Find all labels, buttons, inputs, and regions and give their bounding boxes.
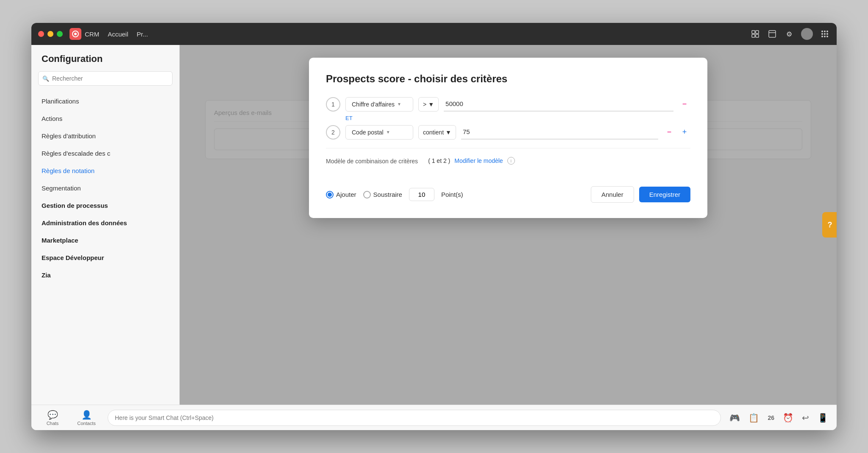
radio-add[interactable]: Ajouter — [326, 191, 356, 199]
model-label: Modèle de combinaison de critères — [326, 157, 418, 166]
sidebar-item-administration-donnees[interactable]: Administration des données — [31, 214, 179, 232]
contacts-icon: 👤 — [81, 410, 92, 420]
svg-rect-3 — [756, 31, 759, 34]
criteria-operator-1[interactable]: > ▼ — [418, 97, 439, 112]
radio-add-label: Ajouter — [336, 191, 356, 198]
svg-point-12 — [824, 33, 826, 35]
svg-rect-4 — [752, 34, 755, 37]
criteria-field-1-label: Chiffre d'affaires — [352, 101, 395, 108]
svg-rect-2 — [752, 31, 755, 34]
model-formula: ( 1 et 2 ) — [428, 157, 450, 164]
search-input[interactable] — [38, 71, 172, 86]
sidebar-item-regles-attribution[interactable]: Règles d'attribution — [31, 127, 179, 145]
sidebar-item-actions[interactable]: Actions — [31, 110, 179, 127]
et-label: ET — [326, 115, 690, 121]
criteria-row-1-actions: − — [679, 98, 690, 110]
criteria-value-1[interactable] — [444, 97, 673, 112]
traffic-lights — [38, 31, 63, 37]
criteria-remove-1[interactable]: − — [679, 98, 690, 110]
svg-rect-5 — [756, 34, 759, 37]
sidebar-nav: Planifications Actions Règles d'attribut… — [31, 92, 179, 396]
main-content: Configuration 🔍 Planifications Actions R… — [31, 45, 837, 405]
modal-buttons: Annuler Enregistrer — [591, 186, 690, 203]
sidebar-item-regles-escalade[interactable]: Règles d'escalade des c — [31, 145, 179, 162]
nav-accueil[interactable]: Accueil — [108, 31, 128, 38]
svg-point-16 — [826, 36, 828, 37]
title-bar-nav: CRM Accueil Pr... — [70, 28, 148, 40]
settings-icon[interactable]: ⚙ — [784, 29, 794, 39]
sidebar-item-regles-notation[interactable]: Règles de notation — [31, 162, 179, 179]
criteria-row-2-actions: − + — [663, 126, 690, 138]
info-icon[interactable]: i — [507, 157, 515, 165]
avatar[interactable] — [801, 28, 813, 40]
smart-chat-input[interactable] — [108, 410, 721, 426]
contacts-label: Contacts — [77, 421, 95, 426]
close-button[interactable] — [38, 31, 44, 37]
criteria-op-2-label: contient — [423, 129, 444, 136]
bottom-right-icons: 🎮 📋 26 ⏰ ↩ 📱 — [729, 413, 828, 423]
chats-icon: 💬 — [47, 410, 58, 420]
clipboard-icon[interactable]: 📋 — [748, 413, 759, 423]
logo-icon — [70, 28, 81, 40]
help-tab[interactable]: ? — [822, 212, 837, 238]
criteria-field-2[interactable]: Code postal ▼ — [345, 125, 413, 140]
new-tab-icon[interactable] — [750, 29, 760, 39]
sidebar: Configuration 🔍 Planifications Actions R… — [31, 45, 180, 405]
content-area: Aperçus des e-mails + Ajouter ? Prospect… — [180, 45, 837, 405]
sidebar-item-marketplace[interactable]: Marketplace — [31, 232, 179, 249]
chevron-down-icon-op2: ▼ — [445, 129, 451, 136]
sidebar-item-planifications[interactable]: Planifications — [31, 92, 179, 110]
svg-point-11 — [821, 33, 823, 35]
bottom-nav-chats[interactable]: 💬 Chats — [40, 410, 65, 426]
radio-add-dot — [326, 191, 334, 199]
sidebar-title: Configuration — [31, 53, 179, 71]
sidebar-item-gestion-processus[interactable]: Gestion de processus — [31, 197, 179, 214]
sidebar-item-zia[interactable]: Zia — [31, 266, 179, 284]
points-input[interactable] — [409, 188, 434, 201]
bottom-bar: 💬 Chats 👤 Contacts 🎮 📋 26 ⏰ ↩ 📱 — [31, 405, 837, 430]
save-button[interactable]: Enregistrer — [639, 187, 690, 202]
radio-subtract-label: Soustraire — [373, 191, 402, 198]
model-link[interactable]: Modifier le modèle — [454, 157, 503, 164]
svg-point-1 — [74, 33, 77, 35]
criteria-add-2[interactable]: + — [679, 126, 690, 138]
criteria-number-2: 2 — [326, 125, 340, 140]
cancel-button[interactable]: Annuler — [591, 186, 634, 203]
sidebar-item-espace-developpeur[interactable]: Espace Développeur — [31, 249, 179, 266]
criteria-number-1: 1 — [326, 97, 340, 112]
criteria-field-2-label: Code postal — [352, 129, 384, 136]
criteria-value-2[interactable] — [461, 125, 658, 140]
grid-icon[interactable] — [820, 29, 830, 39]
points-label: Point(s) — [441, 191, 463, 198]
chats-label: Chats — [47, 421, 59, 426]
criteria-remove-2[interactable]: − — [663, 126, 675, 138]
nav-pr[interactable]: Pr... — [137, 31, 148, 38]
criteria-field-1[interactable]: Chiffre d'affaires ▼ — [345, 97, 413, 112]
search-box: 🔍 — [38, 71, 172, 86]
svg-rect-6 — [769, 31, 776, 37]
svg-point-9 — [824, 31, 826, 32]
bottom-nav-contacts[interactable]: 👤 Contacts — [74, 410, 99, 426]
score-row: Ajouter Soustraire Point(s) Annuler Enre… — [326, 176, 690, 203]
svg-point-13 — [826, 33, 828, 35]
chevron-down-icon-2: ▼ — [386, 130, 390, 134]
mobile-icon[interactable]: 📱 — [818, 413, 828, 423]
criteria-operator-2[interactable]: contient ▼ — [418, 125, 456, 140]
sidebar-item-segmentation[interactable]: Segmentation — [31, 179, 179, 197]
counter-icon[interactable]: 26 — [768, 414, 774, 421]
layout-icon[interactable] — [767, 29, 777, 39]
modal-overlay: Prospects score - choisir des critères 1… — [180, 45, 837, 405]
minimize-button[interactable] — [47, 31, 53, 37]
history-icon[interactable]: ↩ — [802, 413, 809, 423]
criteria-row-1: 1 Chiffre d'affaires ▼ > ▼ − — [326, 97, 690, 112]
alarm-icon[interactable]: ⏰ — [783, 413, 793, 423]
title-bar-right: ⚙ — [750, 28, 830, 40]
model-value: ( 1 et 2 ) Modifier le modèle i — [428, 157, 515, 165]
svg-point-15 — [824, 36, 826, 37]
model-row: Modèle de combinaison de critères ( 1 et… — [326, 148, 690, 166]
modal-dialog: Prospects score - choisir des critères 1… — [309, 58, 707, 218]
gamepad-icon[interactable]: 🎮 — [729, 413, 740, 423]
radio-subtract[interactable]: Soustraire — [363, 191, 402, 199]
radio-subtract-dot — [363, 191, 371, 199]
maximize-button[interactable] — [57, 31, 63, 37]
